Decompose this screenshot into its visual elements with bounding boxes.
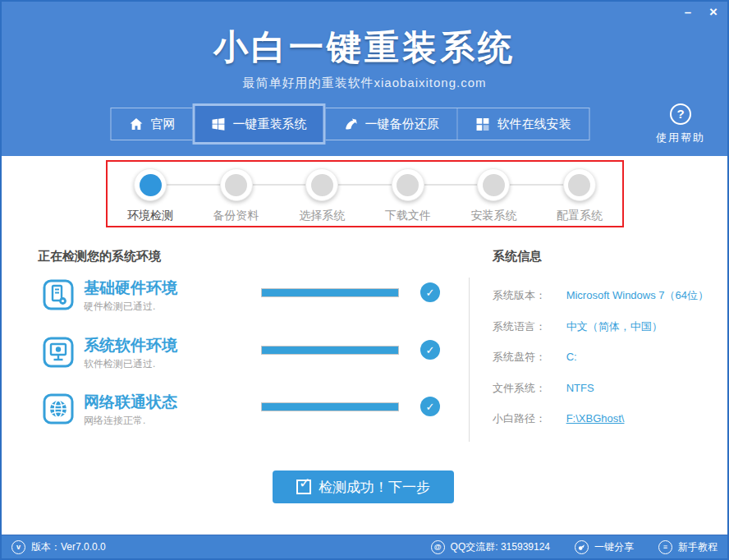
share-button[interactable]: 一键分享: [575, 540, 634, 554]
step-label: 选择系统: [299, 209, 345, 223]
system-info-row: 系统语言： 中文（简体，中国）: [493, 319, 663, 334]
software-icon: [43, 337, 74, 368]
version-icon: v: [11, 540, 25, 554]
step-circle: [220, 168, 253, 201]
system-info-row: 系统版本： Microsoft Windows 7（64位）: [493, 288, 708, 303]
detection-title: 网络联通状态: [84, 392, 177, 413]
tutorial-label: 新手教程: [678, 540, 718, 554]
file-system-value: NTFS: [566, 382, 594, 394]
qq-group-text: QQ交流群: 315939124: [451, 540, 550, 554]
info-label: 小白路径：: [493, 411, 563, 426]
step-label: 环境检测: [127, 209, 173, 223]
detection-row-network: 网络联通状态 网络连接正常. ✓: [38, 392, 448, 431]
check-icon: ✓: [420, 340, 440, 360]
step-circle: [305, 168, 338, 201]
system-version-value: Microsoft Windows 7（64位）: [566, 289, 708, 301]
step-choose-system: 选择系统: [291, 168, 353, 226]
system-drive-value: C:: [566, 351, 577, 363]
hardware-icon: [43, 279, 74, 310]
app-subtitle: 最简单好用的重装软件xiaobaixitong.com: [2, 76, 727, 91]
nav-tabs: 官网 一键重装系统 一键备份还原 软件在线安装: [110, 108, 589, 140]
tutorial-button[interactable]: ≡ 新手教程: [658, 540, 718, 554]
home-icon: [129, 117, 143, 131]
close-button[interactable]: ×: [709, 5, 718, 20]
footer-bar: v 版本：Ver7.0.0.0 @ QQ交流群: 315939124 一键分享 …: [2, 535, 727, 558]
step-label: 下载文件: [385, 209, 431, 223]
share-icon: [575, 540, 589, 554]
info-label: 系统语言：: [493, 319, 563, 334]
step-install-system: 安装系统: [462, 168, 525, 226]
progress-bar: [261, 346, 399, 355]
system-info-heading: 系统信息: [493, 249, 542, 264]
step-circle: [134, 168, 167, 201]
detection-row-software: 系统软件环境 软件检测已通过. ✓: [38, 335, 448, 374]
checkbox-icon: [296, 480, 311, 494]
tab-reinstall-system[interactable]: 一键重装系统: [192, 103, 325, 145]
minimize-button[interactable]: –: [685, 5, 691, 20]
qq-group: @ QQ交流群: 315939124: [431, 540, 550, 554]
step-label: 备份资料: [213, 209, 259, 223]
check-icon: ✓: [420, 282, 440, 302]
help-button[interactable]: ? 使用帮助: [649, 103, 713, 145]
share-label: 一键分享: [594, 540, 634, 554]
qq-icon: @: [431, 540, 445, 554]
bird-icon: [343, 117, 357, 131]
apps-grid-icon: [475, 117, 489, 131]
info-label: 文件系统：: [493, 381, 563, 396]
app-title: 小白一键重装系统: [2, 2, 727, 71]
xiaobai-path-link[interactable]: F:\XBGhost\: [566, 412, 625, 425]
system-info-row: 小白路径： F:\XBGhost\: [493, 411, 624, 426]
detection-status: 网络连接正常.: [84, 414, 145, 428]
header: – × 小白一键重装系统 最简单好用的重装软件xiaobaixitong.com…: [2, 2, 727, 156]
detection-heading: 正在检测您的系统环境: [38, 249, 161, 264]
detection-status: 硬件检测已通过.: [84, 300, 155, 314]
version-text: 版本：Ver7.0.0.0: [31, 540, 106, 554]
vertical-divider: [469, 278, 470, 442]
help-label: 使用帮助: [649, 131, 713, 145]
tab-online-install[interactable]: 软件在线安装: [456, 108, 589, 140]
step-label: 配置系统: [557, 209, 603, 223]
app-window: – × 小白一键重装系统 最简单好用的重装软件xiaobaixitong.com…: [0, 0, 729, 560]
progress-bar: [261, 288, 399, 297]
detection-title: 基础硬件环境: [84, 278, 177, 299]
tutorial-icon: ≡: [658, 540, 672, 554]
next-step-label: 检测成功！下一步: [319, 478, 430, 497]
progress-bar: [261, 402, 399, 411]
info-label: 系统盘符：: [493, 350, 563, 365]
windows-icon: [211, 117, 225, 131]
system-info-row: 文件系统： NTFS: [493, 381, 594, 396]
step-download-files: 下载文件: [377, 168, 439, 226]
steps-panel: 环境检测 备份资料 选择系统 下载文件 安装系统 配置系统: [106, 160, 624, 227]
question-icon: ?: [670, 103, 691, 125]
info-label: 系统版本：: [493, 288, 563, 303]
step-circle: [392, 168, 424, 201]
system-language-value: 中文（简体，中国）: [566, 320, 663, 333]
system-info-row: 系统盘符： C:: [493, 350, 577, 365]
tab-label: 一键重装系统: [232, 117, 306, 132]
step-configure-system: 配置系统: [548, 168, 611, 226]
detection-row-hardware: 基础硬件环境 硬件检测已通过. ✓: [38, 278, 448, 317]
detection-status: 软件检测已通过.: [84, 357, 155, 371]
tab-label: 软件在线安装: [497, 117, 571, 132]
tab-label: 官网: [150, 117, 175, 132]
step-environment-check: 环境检测: [119, 168, 181, 226]
step-circle: [563, 168, 596, 201]
check-icon: ✓: [420, 397, 440, 416]
tab-label: 一键备份还原: [364, 117, 438, 132]
next-step-button[interactable]: 检测成功！下一步: [273, 470, 454, 503]
tab-backup-restore[interactable]: 一键备份还原: [324, 108, 456, 140]
step-backup-data: 备份资料: [205, 168, 268, 226]
detection-title: 系统软件环境: [84, 335, 177, 356]
step-circle: [477, 168, 510, 201]
network-icon: [43, 393, 74, 425]
step-label: 安装系统: [470, 209, 516, 223]
tab-official-site[interactable]: 官网: [111, 108, 193, 140]
